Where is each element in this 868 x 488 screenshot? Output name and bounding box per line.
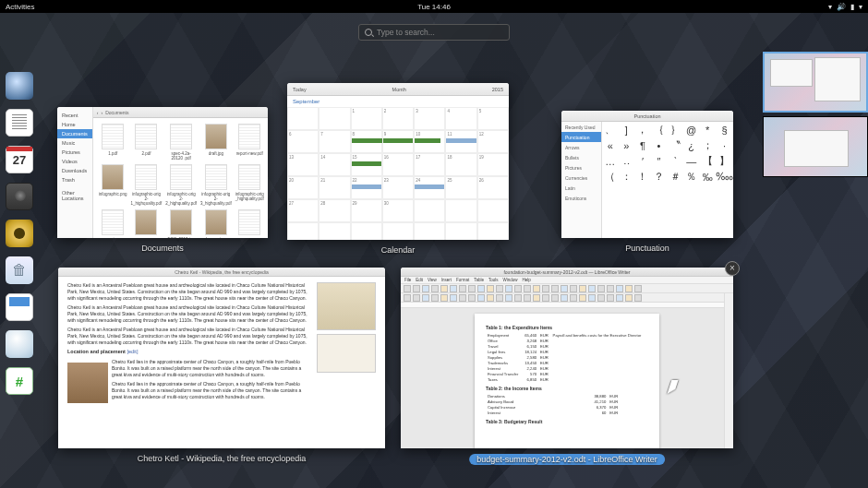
calendar-cell[interactable]: 10 — [414, 130, 445, 153]
toolbar-button[interactable] — [496, 294, 503, 302]
character-glyph[interactable]: @ — [686, 125, 696, 136]
dash-show-applications[interactable] — [6, 404, 33, 432]
character-glyph[interactable]: ‥ — [623, 155, 630, 167]
calendar-cell[interactable] — [445, 199, 476, 222]
toolbar-button[interactable] — [542, 294, 549, 302]
character-glyph[interactable]: ‰ — [703, 172, 713, 183]
dash-app-photos[interactable] — [6, 183, 33, 210]
characters-category[interactable]: Emoticons — [561, 193, 601, 203]
toolbar-button[interactable] — [551, 285, 559, 292]
calendar-today-button[interactable]: Today — [293, 87, 307, 92]
characters-category[interactable]: Punctuation — [561, 132, 601, 142]
calendar-cell[interactable] — [477, 199, 509, 222]
toolbar-button[interactable] — [533, 294, 540, 302]
dash-app-browser[interactable] — [6, 72, 33, 100]
file-item[interactable]: 1.pdf — [99, 124, 127, 161]
calendar-cell[interactable]: 8 — [351, 130, 382, 153]
calendar-cell[interactable]: 30 — [382, 199, 414, 222]
file-item[interactable]: infographic-orig _highquality.pdf — [235, 164, 264, 206]
toolbar-button[interactable] — [450, 285, 457, 292]
lo-toolbar-2[interactable] — [401, 293, 733, 303]
dash-app-music[interactable] — [6, 220, 33, 247]
toolbar-button[interactable] — [459, 294, 466, 302]
toolbar-button[interactable] — [625, 294, 633, 302]
overview-search[interactable]: Type to search... — [358, 24, 510, 41]
calendar-cell[interactable] — [351, 222, 382, 240]
character-glyph[interactable]: ‵ — [674, 155, 677, 167]
character-glyph[interactable]: 】 — [719, 154, 729, 168]
calendar-cell[interactable]: 14 — [319, 153, 350, 176]
battery-icon[interactable]: ▮ — [850, 3, 854, 11]
character-glyph[interactable]: ¶ — [640, 140, 645, 151]
file-item[interactable]: banner.jpg — [200, 209, 232, 238]
menu-item[interactable]: Edit — [416, 278, 423, 282]
character-glyph[interactable]: 【 — [703, 154, 713, 168]
toolbar-button[interactable] — [616, 285, 623, 292]
toolbar-button[interactable] — [431, 294, 439, 302]
toolbar-button[interactable] — [579, 294, 586, 302]
activities-button[interactable]: Activities — [6, 3, 35, 11]
toolbar-button[interactable] — [505, 285, 512, 292]
toolbar-button[interactable] — [561, 285, 568, 292]
calendar-cell[interactable] — [414, 222, 445, 240]
characters-category[interactable]: Bullets — [561, 152, 601, 162]
calendar-cell[interactable]: 3 — [414, 107, 445, 130]
files-sidebar-item[interactable]: Other Locations — [57, 188, 92, 203]
calendar-cell[interactable]: 27 — [287, 199, 319, 222]
character-glyph[interactable]: ＃ — [670, 170, 681, 184]
character-glyph[interactable]: ″ — [657, 156, 661, 167]
character-glyph[interactable]: § — [721, 125, 727, 136]
overview-window-browser[interactable]: Chetro Ketl - Wikipedia, the free encycl… — [58, 268, 385, 463]
calendar-cell[interactable] — [287, 107, 319, 130]
menu-item[interactable]: Window — [503, 278, 518, 282]
calendar-cell[interactable] — [319, 107, 350, 130]
character-glyph[interactable]: ！ — [637, 170, 647, 184]
file-item[interactable]: infographic-orig 2-2_highquality.pdf — [165, 164, 197, 206]
calendar-cell[interactable]: 4 — [445, 107, 476, 130]
calendar-cell[interactable]: 29 — [351, 199, 382, 222]
character-glyph[interactable]: ¿ — [688, 140, 694, 151]
files-sidebar-item[interactable]: Recent — [57, 111, 92, 120]
characters-category[interactable]: Arrows — [561, 142, 601, 152]
toolbar-button[interactable] — [404, 294, 411, 302]
toolbar-button[interactable] — [634, 285, 642, 292]
calendar-cell[interactable]: 16 — [382, 153, 414, 176]
calendar-cell[interactable]: 25 — [445, 176, 476, 199]
menu-item[interactable]: File — [404, 278, 411, 282]
dash-app-weather[interactable] — [6, 330, 33, 358]
characters-category[interactable]: Currencies — [561, 173, 601, 183]
characters-grid[interactable]: 、]，｛｝@*§«»¶•〝¿；·…‥′″‵—【】（：！？＃％‰‱ — [602, 122, 733, 238]
overview-window-libreoffice[interactable]: × foundation-budget-summary-2012-v2.odt … — [401, 268, 733, 466]
toolbar-button[interactable] — [477, 285, 485, 292]
calendar-cell[interactable]: 2 — [382, 107, 414, 130]
toolbar-button[interactable] — [524, 294, 531, 302]
toolbar-button[interactable] — [487, 285, 494, 292]
characters-category[interactable]: Recently Used — [561, 122, 601, 132]
calendar-cell[interactable]: 17 — [414, 153, 445, 176]
calendar-cell[interactable]: 19 — [477, 153, 509, 176]
file-item[interactable] — [235, 209, 264, 238]
file-item[interactable]: DSC_0012.jpg — [165, 209, 197, 238]
calendar-cell[interactable]: 13 — [287, 153, 319, 176]
toolbar-button[interactable] — [459, 285, 466, 292]
file-item[interactable]: infographic.png — [99, 164, 127, 206]
calendar-event[interactable] — [352, 184, 381, 189]
calendar-cell[interactable]: 20 — [287, 176, 319, 199]
file-item[interactable]: poster-2014.pdf — [99, 209, 127, 238]
character-glyph[interactable]: ] — [625, 125, 628, 136]
calendar-cell[interactable] — [445, 222, 476, 240]
toolbar-button[interactable] — [634, 294, 642, 302]
character-glyph[interactable]: « — [608, 140, 613, 151]
character-glyph[interactable]: ： — [621, 170, 632, 184]
toolbar-button[interactable] — [588, 294, 596, 302]
calendar-cell[interactable]: 12 — [477, 130, 509, 153]
toolbar-button[interactable] — [625, 285, 633, 292]
toolbar-button[interactable] — [440, 285, 448, 292]
character-glyph[interactable]: ‱ — [716, 171, 733, 183]
files-sidebar-item[interactable]: Documents — [57, 129, 92, 138]
calendar-cell[interactable]: 24 — [414, 176, 445, 199]
menu-item[interactable]: Tools — [488, 278, 499, 282]
calendar-cell[interactable]: 9 — [382, 130, 414, 153]
character-glyph[interactable]: 、 — [605, 123, 615, 137]
calendar-cell[interactable] — [319, 222, 350, 240]
